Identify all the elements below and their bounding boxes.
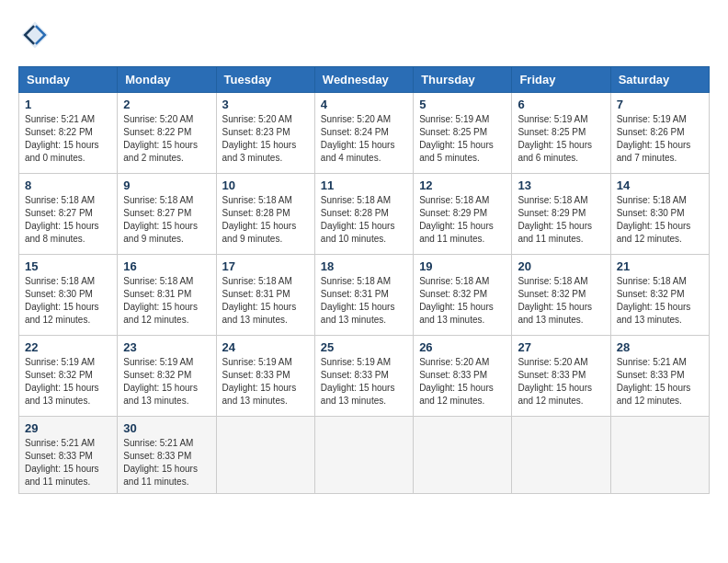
day-number: 5 xyxy=(419,98,506,111)
week-row-4: 22Sunrise: 5:19 AMSunset: 8:32 PMDayligh… xyxy=(19,336,710,417)
header-cell-monday: Monday xyxy=(118,67,216,93)
day-number: 15 xyxy=(25,259,111,273)
cell-text: Sunrise: 5:18 AMSunset: 8:27 PMDaylight:… xyxy=(25,194,111,246)
day-number: 3 xyxy=(222,98,309,111)
cell-text: Sunrise: 5:20 AMSunset: 8:22 PMDaylight:… xyxy=(123,113,210,165)
calendar-cell: 10Sunrise: 5:18 AMSunset: 8:28 PMDayligh… xyxy=(216,174,314,255)
logo xyxy=(18,18,57,52)
cell-text: Sunrise: 5:18 AMSunset: 8:28 PMDaylight:… xyxy=(321,194,407,246)
calendar-cell: 9Sunrise: 5:18 AMSunset: 8:27 PMDaylight… xyxy=(118,174,216,255)
cell-text: Sunrise: 5:18 AMSunset: 8:32 PMDaylight:… xyxy=(518,275,604,327)
cell-text: Sunrise: 5:19 AMSunset: 8:25 PMDaylight:… xyxy=(419,113,506,165)
day-number: 8 xyxy=(25,178,111,192)
cell-text: Sunrise: 5:18 AMSunset: 8:32 PMDaylight:… xyxy=(419,275,506,327)
cell-text: Sunrise: 5:18 AMSunset: 8:29 PMDaylight:… xyxy=(419,194,506,246)
day-number: 6 xyxy=(518,98,604,111)
calendar-cell: 28Sunrise: 5:21 AMSunset: 8:33 PMDayligh… xyxy=(610,336,709,417)
day-number: 24 xyxy=(222,340,309,354)
calendar-cell: 14Sunrise: 5:18 AMSunset: 8:30 PMDayligh… xyxy=(610,174,709,255)
day-number: 11 xyxy=(321,178,407,192)
day-number: 30 xyxy=(123,421,210,435)
page-header xyxy=(18,18,710,52)
cell-text: Sunrise: 5:19 AMSunset: 8:33 PMDaylight:… xyxy=(222,356,309,408)
day-number: 19 xyxy=(419,259,506,273)
calendar-cell xyxy=(512,417,610,494)
calendar-cell: 19Sunrise: 5:18 AMSunset: 8:32 PMDayligh… xyxy=(414,255,512,336)
calendar-cell: 13Sunrise: 5:18 AMSunset: 8:29 PMDayligh… xyxy=(512,174,610,255)
calendar-cell: 2Sunrise: 5:20 AMSunset: 8:22 PMDaylight… xyxy=(118,93,216,174)
calendar-cell: 8Sunrise: 5:18 AMSunset: 8:27 PMDaylight… xyxy=(19,174,118,255)
cell-text: Sunrise: 5:18 AMSunset: 8:29 PMDaylight:… xyxy=(518,194,604,246)
calendar-cell: 25Sunrise: 5:19 AMSunset: 8:33 PMDayligh… xyxy=(314,336,413,417)
day-number: 18 xyxy=(321,259,407,273)
cell-text: Sunrise: 5:19 AMSunset: 8:32 PMDaylight:… xyxy=(123,356,210,408)
cell-text: Sunrise: 5:20 AMSunset: 8:33 PMDaylight:… xyxy=(419,356,506,408)
calendar-cell: 4Sunrise: 5:20 AMSunset: 8:24 PMDaylight… xyxy=(314,93,413,174)
day-number: 16 xyxy=(123,259,210,273)
day-number: 21 xyxy=(617,259,703,273)
day-number: 27 xyxy=(518,340,604,354)
calendar-cell: 12Sunrise: 5:18 AMSunset: 8:29 PMDayligh… xyxy=(414,174,512,255)
calendar-cell: 20Sunrise: 5:18 AMSunset: 8:32 PMDayligh… xyxy=(512,255,610,336)
calendar-cell: 17Sunrise: 5:18 AMSunset: 8:31 PMDayligh… xyxy=(216,255,314,336)
cell-text: Sunrise: 5:21 AMSunset: 8:33 PMDaylight:… xyxy=(617,356,703,408)
header-row: SundayMondayTuesdayWednesdayThursdayFrid… xyxy=(19,67,710,93)
day-number: 29 xyxy=(25,421,111,435)
calendar-cell xyxy=(216,417,314,494)
calendar-cell xyxy=(414,417,512,494)
day-number: 2 xyxy=(123,98,210,111)
day-number: 4 xyxy=(321,98,407,111)
calendar-cell: 23Sunrise: 5:19 AMSunset: 8:32 PMDayligh… xyxy=(118,336,216,417)
day-number: 23 xyxy=(123,340,210,354)
calendar-cell: 27Sunrise: 5:20 AMSunset: 8:33 PMDayligh… xyxy=(512,336,610,417)
day-number: 13 xyxy=(518,178,604,192)
cell-text: Sunrise: 5:18 AMSunset: 8:31 PMDaylight:… xyxy=(222,275,309,327)
day-number: 22 xyxy=(25,340,111,354)
cell-text: Sunrise: 5:21 AMSunset: 8:33 PMDaylight:… xyxy=(123,437,210,488)
day-number: 9 xyxy=(123,178,210,192)
logo-icon xyxy=(18,18,51,52)
week-row-5: 29Sunrise: 5:21 AMSunset: 8:33 PMDayligh… xyxy=(19,417,710,494)
calendar-cell xyxy=(314,417,413,494)
calendar-cell: 11Sunrise: 5:18 AMSunset: 8:28 PMDayligh… xyxy=(314,174,413,255)
day-number: 20 xyxy=(518,259,604,273)
calendar-cell: 16Sunrise: 5:18 AMSunset: 8:31 PMDayligh… xyxy=(118,255,216,336)
calendar-cell: 30Sunrise: 5:21 AMSunset: 8:33 PMDayligh… xyxy=(118,417,216,494)
day-number: 1 xyxy=(25,98,111,111)
header-cell-sunday: Sunday xyxy=(19,67,118,93)
cell-text: Sunrise: 5:18 AMSunset: 8:31 PMDaylight:… xyxy=(321,275,407,327)
cell-text: Sunrise: 5:20 AMSunset: 8:23 PMDaylight:… xyxy=(222,113,309,165)
cell-text: Sunrise: 5:21 AMSunset: 8:33 PMDaylight:… xyxy=(25,437,111,488)
calendar-cell: 21Sunrise: 5:18 AMSunset: 8:32 PMDayligh… xyxy=(610,255,709,336)
cell-text: Sunrise: 5:18 AMSunset: 8:28 PMDaylight:… xyxy=(222,194,309,246)
cell-text: Sunrise: 5:19 AMSunset: 8:25 PMDaylight:… xyxy=(518,113,604,165)
day-number: 10 xyxy=(222,178,309,192)
day-number: 12 xyxy=(419,178,506,192)
cell-text: Sunrise: 5:18 AMSunset: 8:27 PMDaylight:… xyxy=(123,194,210,246)
calendar-cell: 15Sunrise: 5:18 AMSunset: 8:30 PMDayligh… xyxy=(19,255,118,336)
calendar-table: SundayMondayTuesdayWednesdayThursdayFrid… xyxy=(18,66,710,494)
cell-text: Sunrise: 5:20 AMSunset: 8:24 PMDaylight:… xyxy=(321,113,407,165)
calendar-header: SundayMondayTuesdayWednesdayThursdayFrid… xyxy=(19,67,710,93)
cell-text: Sunrise: 5:19 AMSunset: 8:33 PMDaylight:… xyxy=(321,356,407,408)
week-row-3: 15Sunrise: 5:18 AMSunset: 8:30 PMDayligh… xyxy=(19,255,710,336)
calendar-cell: 22Sunrise: 5:19 AMSunset: 8:32 PMDayligh… xyxy=(19,336,118,417)
header-cell-saturday: Saturday xyxy=(610,67,709,93)
cell-text: Sunrise: 5:19 AMSunset: 8:26 PMDaylight:… xyxy=(617,113,703,165)
header-cell-wednesday: Wednesday xyxy=(314,67,413,93)
week-row-2: 8Sunrise: 5:18 AMSunset: 8:27 PMDaylight… xyxy=(19,174,710,255)
calendar-cell: 6Sunrise: 5:19 AMSunset: 8:25 PMDaylight… xyxy=(512,93,610,174)
cell-text: Sunrise: 5:21 AMSunset: 8:22 PMDaylight:… xyxy=(25,113,111,165)
day-number: 7 xyxy=(617,98,703,111)
cell-text: Sunrise: 5:20 AMSunset: 8:33 PMDaylight:… xyxy=(518,356,604,408)
header-cell-thursday: Thursday xyxy=(414,67,512,93)
calendar-cell: 7Sunrise: 5:19 AMSunset: 8:26 PMDaylight… xyxy=(610,93,709,174)
day-number: 26 xyxy=(419,340,506,354)
cell-text: Sunrise: 5:18 AMSunset: 8:30 PMDaylight:… xyxy=(617,194,703,246)
cell-text: Sunrise: 5:18 AMSunset: 8:32 PMDaylight:… xyxy=(617,275,703,327)
day-number: 25 xyxy=(321,340,407,354)
header-cell-tuesday: Tuesday xyxy=(216,67,314,93)
week-row-1: 1Sunrise: 5:21 AMSunset: 8:22 PMDaylight… xyxy=(19,93,710,174)
calendar-cell: 18Sunrise: 5:18 AMSunset: 8:31 PMDayligh… xyxy=(314,255,413,336)
calendar-cell: 3Sunrise: 5:20 AMSunset: 8:23 PMDaylight… xyxy=(216,93,314,174)
